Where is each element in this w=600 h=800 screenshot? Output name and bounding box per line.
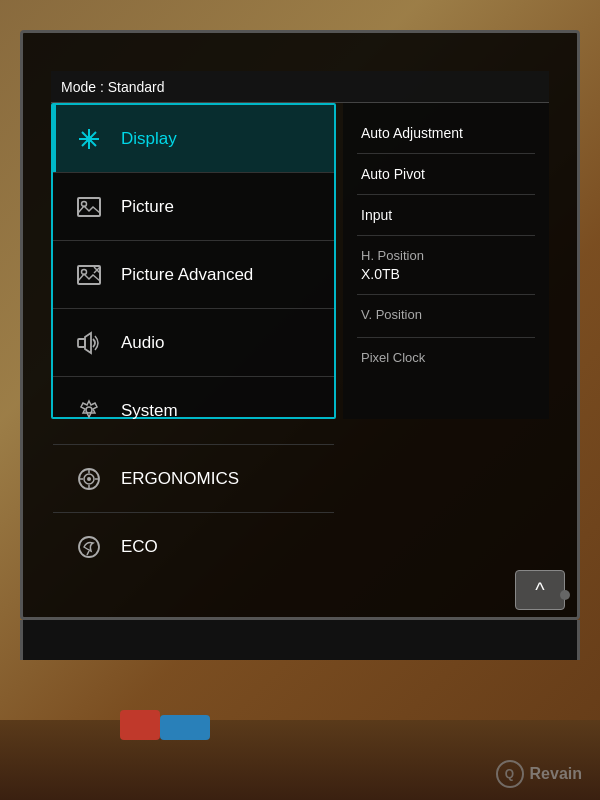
tv-bottom-bezel (20, 620, 580, 660)
content-item-input[interactable]: Input (357, 195, 535, 236)
content-item-pixel-clock[interactable]: Pixel Clock (357, 338, 535, 380)
sidebar-item-system[interactable]: System (53, 377, 334, 445)
sidebar-item-eco-label: ECO (121, 537, 158, 557)
svg-point-15 (87, 477, 91, 481)
svg-point-12 (86, 407, 92, 413)
floor-item-blue (160, 715, 210, 740)
svg-point-4 (86, 136, 92, 142)
sidebar-item-display[interactable]: Display (53, 105, 334, 173)
watermark-logo: Q (496, 760, 524, 788)
sidebar-item-display-label: Display (121, 129, 177, 149)
audio-icon (71, 325, 107, 361)
content-item-auto-adjustment[interactable]: Auto Adjustment (357, 113, 535, 154)
content-panel: Auto Adjustment Auto Pivot Input H. Posi… (343, 103, 549, 419)
content-item-v-position[interactable]: V. Position (357, 295, 535, 338)
sidebar-item-audio[interactable]: Audio (53, 309, 334, 377)
watermark: Q Revain (496, 760, 582, 788)
system-icon (71, 393, 107, 429)
watermark-text: Revain (530, 765, 582, 783)
content-item-h-position[interactable]: H. Position X.0TB (357, 236, 535, 295)
svg-point-20 (79, 537, 99, 557)
picture-icon (71, 189, 107, 225)
tv-screen: Mode : Standard Display (20, 30, 580, 620)
mode-label: Mode : Standard (61, 79, 165, 95)
content-v-position-label: V. Position (361, 307, 531, 322)
sidebar-item-picture-advanced[interactable]: Picture Advanced (53, 241, 334, 309)
menu-panel: Display Picture (51, 103, 336, 419)
svg-rect-5 (78, 198, 100, 216)
sidebar-item-picture[interactable]: Picture (53, 173, 334, 241)
floor-item-red (120, 710, 160, 740)
content-input-value: Input (361, 207, 531, 223)
content-auto-pivot-value: Auto Pivot (361, 166, 531, 182)
eco-icon (71, 529, 107, 565)
sidebar-item-ergonomics-label: ERGONOMICS (121, 469, 239, 489)
content-item-auto-pivot[interactable]: Auto Pivot (357, 154, 535, 195)
dot-indicator (560, 590, 570, 600)
scroll-up-button[interactable]: ^ (515, 570, 565, 610)
svg-rect-11 (78, 339, 85, 347)
display-icon (71, 121, 107, 157)
ergonomics-icon (71, 461, 107, 497)
sidebar-item-system-label: System (121, 401, 178, 421)
mode-bar: Mode : Standard (51, 71, 549, 103)
sidebar-item-picture-advanced-label: Picture Advanced (121, 265, 253, 285)
content-auto-adjustment-value: Auto Adjustment (361, 125, 531, 141)
scroll-up-icon: ^ (535, 579, 544, 602)
sidebar-item-picture-label: Picture (121, 197, 174, 217)
sidebar-item-ergonomics[interactable]: ERGONOMICS (53, 445, 334, 513)
picture-advanced-icon (71, 257, 107, 293)
sidebar-item-eco[interactable]: ECO (53, 513, 334, 581)
sidebar-item-audio-label: Audio (121, 333, 164, 353)
content-pixel-clock-label: Pixel Clock (361, 350, 531, 365)
content-h-position-label: H. Position (361, 248, 531, 263)
content-h-position-value: X.0TB (361, 266, 531, 282)
